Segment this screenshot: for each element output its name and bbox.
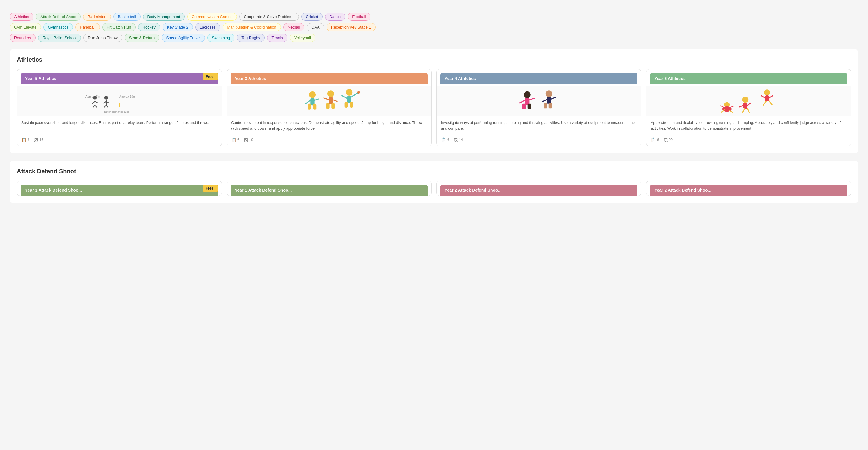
filter-tag[interactable]: Tag Rugby [237,34,265,42]
card-header: Year 2 Attack Defend Shoo... [440,185,638,195]
card-header: Year 1 Attack Defend Shoo... [230,185,428,195]
svg-rect-56 [743,103,747,108]
sections-container: AthleticsYear 5 AthleticsFree! Approx 5m… [10,49,858,203]
filter-tag[interactable]: Speed Agility Travel [162,34,205,42]
filter-tag[interactable]: Football [348,13,371,21]
filter-tag[interactable]: Royal Ballet School [38,34,81,42]
doc-number: 6 [28,138,30,142]
svg-line-34 [342,96,347,98]
filter-tag[interactable]: Gym Elevate [10,23,41,31]
image-number: 20 [669,138,673,142]
card-illustration: Approx 5m Approx 10m Baton exchange area [17,86,221,117]
svg-line-29 [333,100,337,101]
image-count: 🖼16 [34,137,43,142]
svg-line-66 [769,101,772,105]
doc-count: 📋6 [651,137,659,142]
svg-line-22 [306,100,311,104]
section-attack-defend-shoot: Attack Defend ShootYear 1 Attack Defend … [10,161,858,203]
section-athletics: AthleticsYear 5 AthleticsFree! Approx 5m… [10,49,858,153]
filter-tag[interactable]: Hit Catch Run [102,23,136,31]
svg-line-28 [324,98,329,100]
filter-tag[interactable]: Volleyball [290,34,315,42]
activity-card[interactable]: Year 6 Athletics Apply strength and flex… [646,69,851,146]
svg-line-59 [743,108,745,112]
svg-point-11 [104,96,108,100]
filter-tag[interactable]: Hockey [138,23,160,31]
svg-rect-27 [331,103,335,109]
filter-tag[interactable]: Netball [283,23,304,31]
filter-tag[interactable]: Key Stage 2 [162,23,193,31]
svg-line-64 [769,96,773,98]
card-footer: 📋6🖼20 [647,135,851,146]
svg-rect-39 [522,104,526,109]
card-header: Year 3 Athletics [230,73,428,84]
activity-card[interactable]: Year 4 Athletics Investigate ways of per… [436,69,641,146]
filter-tag[interactable]: Athletics [10,13,33,21]
filter-tag[interactable]: Badminton [83,13,111,21]
svg-rect-21 [313,104,316,110]
image-count: 🖼10 [244,137,253,142]
svg-text:Approx 5m: Approx 5m [86,95,100,98]
filter-tag[interactable]: Attack Defend Shoot [36,13,81,21]
svg-text:Approx 10m: Approx 10m [120,95,136,98]
filter-tag[interactable]: Reception/Key Stage 1 [327,23,376,31]
activity-card[interactable]: Year 2 Attack Defend Shoo... [436,181,641,196]
svg-line-63 [762,96,765,98]
activity-card[interactable]: Year 5 AthleticsFree! Approx 5m Approx 1… [17,69,222,146]
filter-tag[interactable]: Swimming [207,34,235,42]
filter-tag[interactable]: Tennis [267,34,287,42]
cards-row: Year 1 Attack Defend Shoo...Free!Year 1 … [17,181,851,196]
section-title: Attack Defend Shoot [17,168,851,175]
activity-card[interactable]: Year 1 Attack Defend Shoo... [227,181,432,196]
image-icon: 🖼 [454,137,458,142]
svg-line-47 [542,100,547,102]
filter-tag[interactable]: Commonwealth Games [187,13,237,21]
free-badge: Free! [203,185,218,192]
image-count: 🖼14 [454,137,463,142]
svg-line-65 [763,101,766,105]
svg-line-7 [92,101,95,104]
filter-tag[interactable]: Send & Return [125,34,159,42]
svg-point-55 [742,97,748,103]
activity-card[interactable]: Year 2 Attack Defend Shoo... [646,181,851,196]
activity-card[interactable]: Year 1 Attack Defend Shoo...Free! [17,181,222,196]
svg-point-43 [546,90,552,97]
filter-tag[interactable]: Cooperate & Solve Problems [239,13,299,21]
svg-point-36 [357,91,360,94]
filter-tag[interactable]: Body Management [143,13,185,21]
card-illustration [437,86,641,117]
image-number: 16 [39,138,43,142]
filter-tag[interactable]: Lacrosse [195,23,220,31]
svg-line-60 [747,108,749,112]
doc-number: 6 [657,138,659,142]
filter-tag[interactable]: Handball [75,23,100,31]
svg-line-58 [747,103,751,105]
svg-rect-46 [549,103,552,108]
filter-tag[interactable]: Gymnastics [43,23,73,31]
free-badge: Free! [203,73,218,80]
card-description: Investigate ways of performing running, … [441,120,637,131]
card-header: Year 2 Attack Defend Shoo... [650,185,847,195]
filter-tag[interactable]: Dance [325,13,345,21]
svg-rect-44 [547,97,551,104]
filter-tag[interactable]: OAA [307,23,324,31]
activity-card[interactable]: Year 3 Athletics Control movement i [227,69,432,146]
filter-tag[interactable]: Rounders [10,34,35,42]
card-footer: 📋6🖼14 [437,135,641,146]
svg-line-48 [551,97,557,99]
filter-tag[interactable]: Cricket [301,13,322,21]
doc-icon: 📋 [651,137,656,142]
card-illustration [647,86,851,117]
card-description: Sustain pace over short and longer dista… [21,120,217,126]
svg-rect-33 [350,102,353,108]
filter-tag[interactable]: Manipulation & Coordination [223,23,281,31]
svg-line-53 [720,105,724,107]
filter-tag[interactable]: Basketball [114,13,141,21]
image-number: 10 [249,138,253,142]
card-body: Control movement in response to instruct… [227,117,431,135]
filter-tag[interactable]: Run Jump Throw [83,34,122,42]
card-header: Year 1 Attack Defend Shoo... [21,185,218,195]
svg-rect-38 [525,98,530,105]
card-body: Sustain pace over short and longer dista… [17,117,221,135]
filter-row-3: RoundersRoyal Ballet SchoolRun Jump Thro… [10,34,858,42]
